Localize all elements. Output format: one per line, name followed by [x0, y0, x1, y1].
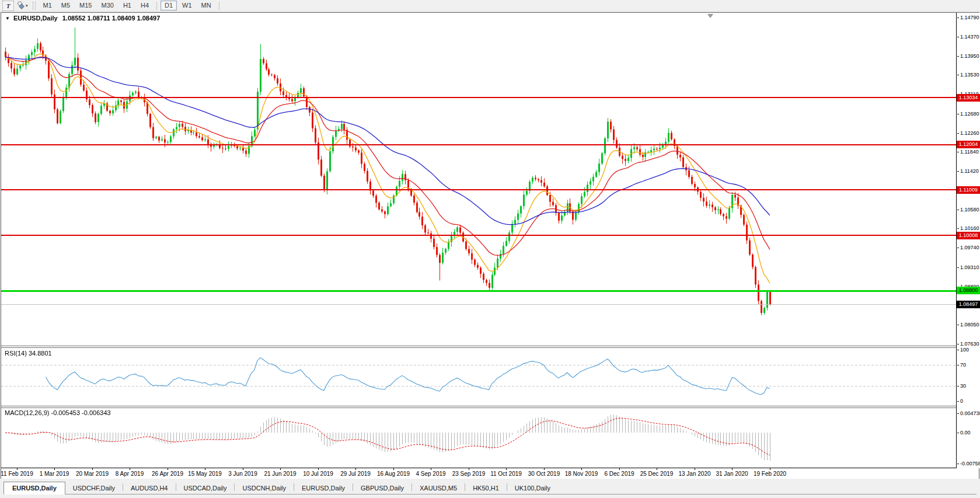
timeframe-button-h4[interactable]: H4: [137, 1, 153, 11]
axis-tick-mark: [957, 464, 959, 464]
dropdown-arrow-icon: ▾: [26, 4, 28, 8]
rsi-tick-label: 30: [960, 383, 966, 389]
chart-tab-5[interactable]: EURUSD,Daily: [294, 482, 353, 494]
layers-icon: [16, 1, 25, 10]
metatrader-window: T ▾ M1M5M15M30H1H4D1W1MN ▼ EURUSD,Daily …: [0, 0, 980, 498]
axis-tick-mark: [957, 365, 959, 365]
axis-tick-mark: [957, 114, 959, 114]
macd-tick-label: 0.004738: [960, 410, 980, 416]
axis-tick-mark: [957, 350, 959, 350]
timeframe-button-m30[interactable]: M30: [97, 1, 117, 11]
text-tool-button[interactable]: T: [2, 1, 14, 11]
price-axis[interactable]: 1.147901.143701.139501.135301.131101.126…: [956, 13, 980, 468]
axis-tick-mark: [957, 133, 959, 134]
axis-tick-mark: [957, 75, 959, 75]
chart-tab-8[interactable]: HK50,H1: [465, 482, 507, 494]
time-tick-mark: [770, 468, 770, 470]
chart-ohlc-quotes: 1.08552 1.08711 1.08409 1.08497: [62, 15, 161, 22]
time-tick-mark: [431, 468, 431, 470]
timeframe-button-mn[interactable]: MN: [197, 1, 215, 11]
time-tick-mark: [92, 468, 93, 470]
macd-tick-label: -0.00758: [960, 461, 980, 466]
price-tick-label: 1.12260: [960, 130, 979, 136]
macd-panel-canvas[interactable]: [1, 408, 956, 468]
time-axis[interactable]: 11 Feb 20191 Mar 201920 Mar 20198 Apr 20…: [1, 468, 956, 478]
timeframe-button-m15[interactable]: M15: [75, 1, 96, 11]
chart-tab-9[interactable]: UK100,Daily: [507, 482, 558, 494]
panel-separator-rsi[interactable]: [1, 346, 978, 348]
macd-indicator-label: MACD(12,26,9) -0.005453 -0.006343: [5, 409, 111, 416]
price-tick-label: 1.13950: [960, 53, 979, 59]
axis-tick-mark: [957, 401, 959, 402]
rsi-tick-label: 0: [960, 398, 963, 404]
axis-tick-mark: [957, 248, 959, 248]
time-tick-mark: [544, 468, 545, 470]
panel-separator-macd[interactable]: [1, 406, 978, 408]
toolbar-separator: [156, 2, 157, 10]
time-axis-label: 19 Feb 2020: [748, 471, 792, 477]
rsi-tick-label: 100: [960, 347, 969, 353]
chart-tab-4[interactable]: USDCNH,Daily: [235, 482, 294, 494]
price-tick-label: 1.14370: [960, 34, 979, 40]
axis-tick-mark: [957, 210, 959, 210]
chart-tab-3[interactable]: USDCAD,Daily: [176, 482, 235, 494]
chart-tabs-row: EURUSD,DailyUSDCHF,DailyAUDUSD,H4USDCAD,…: [4, 480, 976, 494]
price-tick-label: 1.09310: [960, 264, 979, 270]
price-level-badge-green: 1.08800: [957, 287, 980, 294]
timeframe-button-m5[interactable]: M5: [57, 1, 74, 11]
chart-tab-0[interactable]: EURUSD,Daily: [4, 482, 65, 494]
main-chart-canvas[interactable]: [1, 13, 956, 346]
time-tick-mark: [168, 468, 168, 470]
chart-tab-1[interactable]: USDCHF,Daily: [65, 482, 123, 494]
chart-title-row: ▼ EURUSD,Daily 1.08552 1.08711 1.08409 1…: [5, 15, 160, 22]
price-level-badge-red: 1.11009: [957, 186, 980, 194]
chart-tab-6[interactable]: GBPUSD,Daily: [353, 482, 411, 494]
chart-tools-dropdown-button[interactable]: ▾: [16, 1, 28, 11]
chart-tab-bar: EURUSD,DailyUSDCHF,DailyAUDUSD,H4USDCAD,…: [0, 479, 980, 498]
axis-tick-mark: [957, 344, 959, 344]
price-tick-label: 1.12680: [960, 111, 979, 117]
axis-tick-mark: [957, 152, 959, 152]
macd-tick-label: 0.00: [960, 430, 971, 436]
time-tick-mark: [54, 468, 55, 470]
rsi-tick-label: 70: [960, 362, 966, 368]
price-tick-label: 1.10160: [960, 225, 979, 231]
timeframe-button-group: M1M5M15M30H1H4D1W1MN: [39, 1, 216, 11]
price-tick-label: 1.11420: [960, 168, 979, 174]
toolbar-drag-handle[interactable]: [33, 2, 36, 10]
chart-tab-7[interactable]: XAUUSD,M5: [412, 482, 465, 494]
timeframe-button-w1[interactable]: W1: [178, 1, 196, 11]
axis-tick-mark: [957, 386, 959, 386]
rsi-panel-canvas[interactable]: [1, 348, 956, 405]
price-level-badge-red: 1.10008: [957, 232, 980, 239]
time-tick-mark: [657, 468, 657, 470]
time-tick-mark: [695, 468, 695, 470]
top-toolbar: T ▾ M1M5M15M30H1H4D1W1MN: [0, 0, 980, 12]
axis-tick-mark: [957, 228, 959, 229]
time-tick-mark: [17, 468, 18, 470]
timeframe-button-d1[interactable]: D1: [161, 1, 177, 11]
text-tool-label: T: [6, 2, 11, 9]
time-tick-mark: [469, 468, 469, 470]
axis-tick-mark: [957, 413, 959, 414]
timeframe-button-m1[interactable]: M1: [39, 1, 56, 11]
time-tick-mark: [619, 468, 620, 470]
time-tick-mark: [355, 468, 356, 470]
price-tick-label: 1.14790: [960, 15, 979, 20]
price-tick-label: 1.09740: [960, 245, 979, 250]
time-tick-mark: [130, 468, 130, 470]
chart-collapse-icon[interactable]: ▼: [5, 16, 10, 21]
chart-tab-2[interactable]: AUDUSD,H4: [123, 482, 176, 494]
price-tick-label: 1.10580: [960, 207, 979, 213]
time-tick-mark: [393, 468, 394, 470]
price-level-badge-red: 1.12004: [957, 141, 980, 148]
axis-tick-mark: [957, 325, 959, 325]
axis-tick-mark: [957, 267, 959, 268]
chart-symbol-title: EURUSD,Daily: [13, 15, 58, 22]
axis-tick-mark: [957, 56, 959, 57]
timeframe-button-h1[interactable]: H1: [119, 1, 135, 11]
time-tick-mark: [506, 468, 507, 470]
chart-shift-marker-icon[interactable]: [707, 14, 713, 18]
axis-tick-mark: [957, 18, 959, 18]
price-tick-label: 1.07630: [960, 341, 979, 347]
